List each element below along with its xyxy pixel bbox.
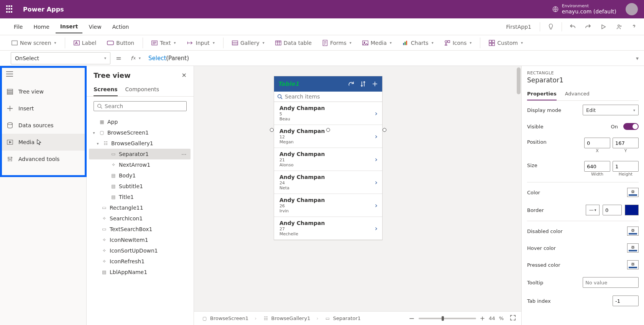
canvas-scrollbar[interactable]: [516, 66, 521, 325]
tab-components[interactable]: Components: [125, 84, 159, 96]
position-y-input[interactable]: [613, 138, 639, 148]
menu-home[interactable]: Home: [29, 21, 54, 33]
tree-node-separator[interactable]: ▭Separator1⋯: [89, 149, 191, 159]
more-icon[interactable]: ⋯: [180, 151, 188, 157]
chevron-right-icon[interactable]: ›: [375, 178, 378, 186]
property-selector[interactable]: OnSelect ▾: [11, 52, 110, 64]
rail-tree-view[interactable]: Tree view: [0, 83, 86, 100]
tree-node-app[interactable]: ▦App: [89, 117, 191, 127]
collapse-icon[interactable]: ▾: [95, 141, 100, 146]
chevron-right-icon[interactable]: ›: [375, 224, 378, 232]
ribbon-input[interactable]: Input▾: [183, 38, 219, 48]
tree-node-browse-screen[interactable]: ▾▢BrowseScreen1: [89, 127, 191, 138]
tab-screens[interactable]: Screens: [94, 84, 118, 96]
menu-insert[interactable]: Insert: [56, 20, 83, 33]
rail-media[interactable]: Media: [0, 134, 86, 151]
border-width-input[interactable]: [603, 205, 622, 215]
tree-node-text-search-box[interactable]: ▭TextSearchBox1: [89, 224, 191, 235]
environment-selector[interactable]: Environment enayu.com (default): [552, 3, 616, 15]
tree-node-browse-gallery[interactable]: ▾☷BrowseGallery1: [89, 138, 191, 149]
ribbon-custom[interactable]: Custom▾: [485, 38, 527, 48]
ribbon-text[interactable]: Text▾: [148, 38, 179, 48]
pressed-color-picker[interactable]: [627, 260, 639, 269]
ribbon-icons[interactable]: Icons▾: [440, 38, 476, 48]
list-item[interactable]: Andy Champan27Mechelle›: [274, 217, 382, 240]
size-height-input[interactable]: [613, 161, 639, 172]
tree-node-rectangle[interactable]: ▭Rectangle11: [89, 202, 191, 213]
breadcrumb-separator[interactable]: ▭Separator1: [322, 315, 363, 322]
tree-node-lbl-app-name[interactable]: ▤LblAppName1: [89, 267, 191, 277]
chevron-right-icon[interactable]: ›: [375, 132, 378, 140]
collapse-icon[interactable]: ▾: [91, 131, 97, 135]
display-mode-select[interactable]: Edit▾: [583, 105, 639, 115]
position-x-input[interactable]: [584, 138, 610, 148]
tree-node-title[interactable]: ▤Title1: [89, 192, 191, 202]
tree-node-icon-sort[interactable]: ✧IconSortUpDown1: [89, 245, 191, 256]
hover-color-picker[interactable]: [627, 243, 639, 253]
fx-button[interactable]: fx▾: [127, 55, 145, 61]
rail-advanced-tools[interactable]: Advanced tools: [0, 151, 86, 167]
list-item[interactable]: Andy Champan26Irvin›: [274, 194, 382, 217]
formula-input[interactable]: Select(Parent): [145, 55, 631, 62]
ribbon-label[interactable]: Label: [70, 38, 100, 48]
color-picker[interactable]: [627, 188, 639, 197]
fit-screen-button[interactable]: [510, 315, 516, 322]
ribbon-charts[interactable]: Charts▾: [399, 38, 437, 48]
ribbon-data-table[interactable]: Data table: [271, 38, 315, 48]
user-avatar[interactable]: [626, 3, 638, 15]
close-icon[interactable]: ✕: [182, 72, 187, 79]
app-launcher-icon[interactable]: [6, 5, 14, 13]
share-button[interactable]: [612, 20, 626, 34]
preview-search-input[interactable]: [285, 94, 379, 100]
chevron-right-icon[interactable]: ›: [375, 155, 378, 163]
zoom-out-button[interactable]: −: [409, 314, 415, 322]
menu-view[interactable]: View: [84, 21, 106, 33]
redo-button[interactable]: [581, 20, 595, 34]
zoom-slider[interactable]: [419, 318, 476, 319]
undo-button[interactable]: [566, 20, 580, 34]
tree-node-icon-refresh[interactable]: ✧IconRefresh1: [89, 256, 191, 267]
ribbon-media[interactable]: Media▾: [358, 38, 396, 48]
rail-insert[interactable]: Insert: [0, 100, 86, 117]
chevron-right-icon[interactable]: ›: [375, 109, 378, 117]
separator-selection-handles[interactable]: [272, 129, 384, 131]
list-item[interactable]: Andy Champan21Alonso›: [274, 148, 382, 171]
tree-node-subtitle[interactable]: ▤Subtitle1: [89, 181, 191, 192]
tree-node-next-arrow[interactable]: ✧NextArrow1: [89, 159, 191, 170]
tree-node-icon-new-item[interactable]: ✧IconNewItem1: [89, 235, 191, 245]
add-icon[interactable]: [371, 80, 378, 87]
visible-toggle[interactable]: [623, 123, 639, 130]
help-button[interactable]: [627, 20, 641, 34]
border-color-picker[interactable]: [625, 205, 639, 215]
props-tab-advanced[interactable]: Advanced: [565, 89, 590, 100]
tab-index-input[interactable]: [613, 295, 639, 306]
chevron-right-icon[interactable]: ›: [375, 201, 378, 209]
ribbon-new-screen[interactable]: New screen▾: [8, 38, 60, 48]
disabled-color-picker[interactable]: [627, 227, 639, 236]
tree-node-body[interactable]: ▤Body1: [89, 170, 191, 181]
tree-node-search-icon[interactable]: ✧SearchIcon1: [89, 213, 191, 224]
refresh-icon[interactable]: [348, 80, 355, 87]
ribbon-gallery[interactable]: Gallery▾: [228, 38, 268, 48]
breadcrumb-screen[interactable]: ▢BrowseScreen1: [199, 315, 251, 322]
expand-formula-icon[interactable]: ▾: [631, 55, 644, 61]
app-checker-icon[interactable]: [544, 20, 558, 34]
props-tab-properties[interactable]: Properties: [527, 89, 557, 100]
border-style-select[interactable]: — ▾: [586, 205, 600, 215]
tree-search-input[interactable]: [105, 103, 183, 109]
preview-button[interactable]: [596, 20, 610, 34]
breadcrumb-gallery[interactable]: ☷BrowseGallery1: [261, 315, 313, 322]
menu-action[interactable]: Action: [108, 21, 134, 33]
zoom-in-button[interactable]: +: [480, 315, 485, 322]
sort-icon[interactable]: [360, 80, 366, 87]
menu-file[interactable]: File: [9, 21, 27, 33]
app-preview[interactable]: Table1 Andy Champan5Beau›Andy Champan12M…: [274, 76, 383, 240]
list-item[interactable]: Andy Champan24Neta›: [274, 171, 382, 194]
ribbon-forms[interactable]: Forms▾: [319, 38, 355, 48]
rail-data-sources[interactable]: Data sources: [0, 117, 86, 134]
ribbon-button[interactable]: Button: [103, 38, 138, 48]
tooltip-input[interactable]: [583, 277, 639, 288]
tree-search[interactable]: [94, 101, 187, 111]
hamburger-icon[interactable]: [0, 66, 86, 83]
list-item[interactable]: Andy Champan5Beau›: [274, 102, 382, 125]
